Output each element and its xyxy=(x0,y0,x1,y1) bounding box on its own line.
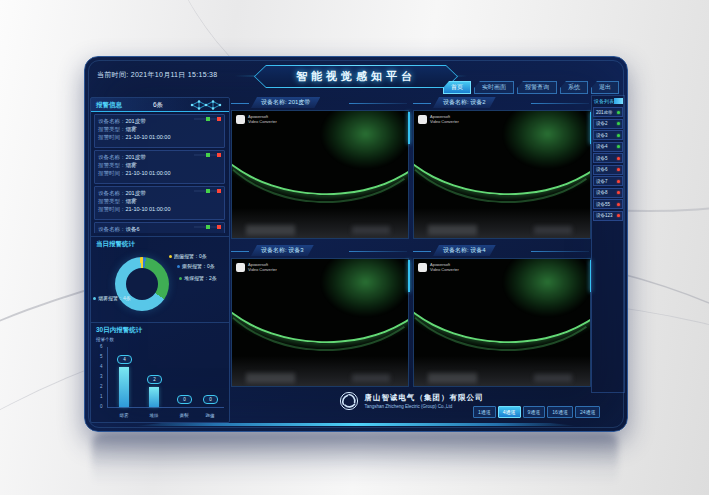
dashboard-reflection xyxy=(92,433,618,485)
video-panel-header: 设备名称: 设备4 xyxy=(413,245,591,257)
offline-status-dot xyxy=(617,203,620,206)
device-list-item[interactable]: 设备7 xyxy=(593,176,623,186)
device-list-item[interactable]: 设备3 xyxy=(593,130,623,140)
alarm-field: 报警时间：21-10-10 01:00:00 xyxy=(98,169,221,177)
video-title: 设备名称: 设备2 xyxy=(433,97,496,108)
device-list-item[interactable]: 设备4 xyxy=(593,142,623,152)
donut-label: 跑偏报警：0条 xyxy=(169,253,207,259)
watermark-text: ApowersoftVideo Converter xyxy=(430,115,459,124)
watermark-text: ApowersoftVideo Converter xyxy=(248,263,277,272)
alarm-field-label: 报警时间： xyxy=(98,134,126,140)
node-graph-icon xyxy=(188,99,224,111)
alarm-field-value: 烟雾 xyxy=(126,162,137,168)
channel-button[interactable]: 24通道 xyxy=(575,406,601,418)
watermark-line2: Video Converter xyxy=(248,120,277,125)
donut-chart xyxy=(115,257,169,311)
alarm-card[interactable]: 设备名称：201皮带报警类型：烟雾报警时间：21-10-10 01:00:00 xyxy=(94,114,225,148)
y-axis-tick: 5 xyxy=(100,354,103,360)
online-status-dot xyxy=(617,134,620,137)
device-list-tab[interactable] xyxy=(614,98,623,104)
alarm-field-value: 烟雾 xyxy=(126,126,137,132)
video-panel-header: 设备名称: 201皮带 xyxy=(231,97,409,109)
channel-button[interactable]: 1通道 xyxy=(473,406,496,418)
device-list-item[interactable]: 设备8 xyxy=(593,188,623,198)
device-name: 设备4 xyxy=(596,144,608,149)
nav-button[interactable]: 首页 xyxy=(443,81,471,94)
donut-label-text: 烟雾报警：4条 xyxy=(98,295,131,301)
dashboard-window: 当前时间: 2021年10月11日 15:15:38 智能视觉感知平台 首页实时… xyxy=(84,56,628,432)
alarm-indicator xyxy=(194,154,220,156)
y-axis-tick: 4 xyxy=(100,364,103,370)
alarm-card[interactable]: 设备名称：201皮带报警类型：烟雾报警时间：21-10-10 01:00:00 xyxy=(94,186,225,220)
device-name: 201皮带 xyxy=(596,110,613,115)
donut-label-text: 堆煤报警：2条 xyxy=(184,275,217,281)
device-name: 设备123 xyxy=(596,213,613,218)
alarm-field-label: 设备名称： xyxy=(98,226,126,232)
channel-button[interactable]: 16通道 xyxy=(547,406,573,418)
nav-button[interactable]: 报警查询 xyxy=(517,81,557,94)
video-panel: 设备名称: 设备4ApowersoftVideo Converter xyxy=(413,245,591,387)
donut-label: 撕裂报警：0条 xyxy=(177,263,215,269)
alarm-card[interactable]: 设备名称：201皮带报警类型：烟雾报警时间：21-10-10 01:00:00 xyxy=(94,150,225,184)
company-name-en: Tangshan Zhicheng Electric (Group) Co.,L… xyxy=(365,404,484,409)
legend-color-dot xyxy=(93,297,96,300)
x-axis-label: 跑偏 xyxy=(206,413,215,418)
belt-laser-line-secondary xyxy=(231,258,409,357)
video-title: 设备名称: 201皮带 xyxy=(251,97,320,108)
current-time: 当前时间: 2021年10月11日 15:15:38 xyxy=(97,70,218,80)
left-panel: 报警信息 6条 设备名称：201皮带报警类型：烟雾报警时间：21-10-10 0… xyxy=(90,97,230,423)
company-name-cn: 唐山智诚电气（集团）有限公司 xyxy=(365,393,484,403)
y-axis-tick: 6 xyxy=(100,344,103,350)
offline-status-dot xyxy=(617,191,620,194)
alarm-card[interactable]: 设备名称：设备6报警类型：堆煤报警时间：21-10-10 01:00:00 xyxy=(94,222,225,233)
bar-value-bubble: 4 xyxy=(117,355,132,364)
device-list-item[interactable]: 设备6 xyxy=(593,165,623,175)
online-status-dot xyxy=(617,111,620,114)
offline-status-dot xyxy=(617,214,620,217)
nav-button[interactable]: 实时画面 xyxy=(474,81,514,94)
machinery-silhouette xyxy=(414,356,590,386)
device-list-item[interactable]: 设备55 xyxy=(593,199,623,209)
video-feed[interactable]: ApowersoftVideo Converter xyxy=(413,110,591,239)
alarm-indicator xyxy=(194,190,220,192)
nav-button[interactable]: 退出 xyxy=(591,81,619,94)
today-stats-section: 当日报警统计 烟雾报警：4条堆煤报警：2条撕裂报警：0条跑偏报警：0条 xyxy=(91,236,229,322)
x-axis-label: 撕裂 xyxy=(180,413,189,418)
video-feed[interactable]: ApowersoftVideo Converter xyxy=(231,258,409,387)
belt-laser-line-secondary xyxy=(413,110,591,209)
alarm-field-value: 烟雾 xyxy=(126,198,137,204)
monthly-stats-section: 30日内报警统计 报警个数 01234564烟雾2堆煤0撕裂0跑偏 xyxy=(91,322,229,423)
device-list-item[interactable]: 201皮带 xyxy=(593,107,623,117)
alarm-field-label: 设备名称： xyxy=(98,190,126,196)
legend-color-dot xyxy=(169,255,172,258)
alarm-field: 报警时间：21-10-10 01:00:00 xyxy=(98,133,221,141)
alarm-list: 设备名称：201皮带报警类型：烟雾报警时间：21-10-10 01:00:00设… xyxy=(94,114,225,233)
device-list-item[interactable]: 设备5 xyxy=(593,153,623,163)
screen: 当前时间: 2021年10月11日 15:15:38 智能视觉感知平台 首页实时… xyxy=(0,0,709,495)
cyan-accent-bar xyxy=(408,260,410,292)
alarm-field: 报警类型：烟雾 xyxy=(98,197,221,205)
channel-button[interactable]: 9通道 xyxy=(523,406,546,418)
alarm-field-value: 21-10-10 01:00:00 xyxy=(126,170,171,176)
video-feed[interactable]: ApowersoftVideo Converter xyxy=(413,258,591,387)
channel-button[interactable]: 4通道 xyxy=(498,406,521,418)
video-feed[interactable]: ApowersoftVideo Converter xyxy=(231,110,409,239)
alarm-field-label: 设备名称： xyxy=(98,118,126,124)
watermark-icon xyxy=(418,115,427,124)
machinery-silhouette xyxy=(232,356,408,386)
device-list-item[interactable]: 设备2 xyxy=(593,119,623,129)
alarm-field-label: 报警类型： xyxy=(98,198,126,204)
machinery-silhouette xyxy=(414,208,590,238)
video-panel-header: 设备名称: 设备2 xyxy=(413,97,591,109)
bottom-edge-decoration xyxy=(135,423,577,426)
bar-chart: 01234564烟雾2堆煤0撕裂0跑偏 xyxy=(107,347,224,408)
company-logo-icon xyxy=(339,391,359,411)
watermark-text: ApowersoftVideo Converter xyxy=(248,115,277,124)
watermark-line2: Video Converter xyxy=(430,268,459,273)
nav-button[interactable]: 系统 xyxy=(560,81,588,94)
alarm-field-value: 21-10-10 01:00:00 xyxy=(126,206,171,212)
donut-label: 烟雾报警：4条 xyxy=(93,295,131,301)
alarm-field-label: 报警类型： xyxy=(98,126,126,132)
device-list-item[interactable]: 设备123 xyxy=(593,211,623,221)
device-list-panel: 设备列表 201皮带设备2设备3设备4设备5设备6设备7设备8设备55设备123 xyxy=(591,95,625,393)
